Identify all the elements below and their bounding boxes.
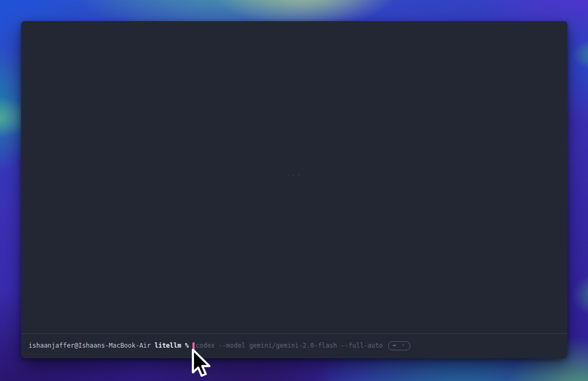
terminal-center-ellipsis: ··· — [286, 171, 302, 179]
text-cursor — [192, 342, 195, 350]
terminal-window[interactable]: ··· ishaanjaffer@Ishaans-MacBook-Airlite… — [21, 21, 567, 358]
terminal-output-area[interactable]: ··· — [21, 21, 567, 333]
prompt-directory: litellm — [154, 341, 181, 350]
autosuggestion-text: codex --model gemini/gemini-2.0-flash --… — [196, 341, 383, 350]
prompt-user-host: ishaanjaffer@Ishaans-MacBook-Air — [29, 341, 151, 350]
accept-suggestion-key-hint: → · — [388, 341, 410, 350]
terminal-prompt-line[interactable]: ishaanjaffer@Ishaans-MacBook-Airlitellm%… — [21, 333, 567, 358]
prompt-symbol: % — [185, 341, 189, 350]
